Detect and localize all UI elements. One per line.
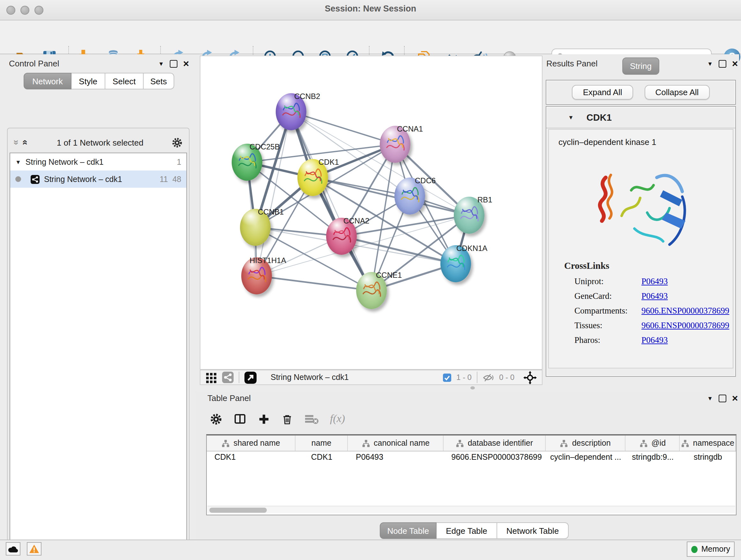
- crosslink-label: Tissues:: [575, 320, 642, 330]
- table-options-gear-icon[interactable]: [210, 413, 222, 425]
- hidden-eye-slash-icon[interactable]: [482, 373, 494, 381]
- node-table[interactable]: shared namenamecanonical namedatabase id…: [206, 434, 737, 515]
- control-tab-sets[interactable]: Sets: [144, 73, 174, 89]
- column-header-database-identifier[interactable]: database identifier: [444, 435, 545, 451]
- delete-column-trash-icon[interactable]: [281, 413, 293, 425]
- pan-crosshair-icon[interactable]: [523, 371, 537, 384]
- column-type-icon: [560, 439, 568, 447]
- table-tab-node-table[interactable]: Node Table: [380, 522, 436, 539]
- memory-label: Memory: [701, 545, 730, 554]
- crosslink-row: Pharos:P06493: [549, 333, 733, 348]
- column-header-namespace[interactable]: namespace: [680, 435, 736, 451]
- network-share-toggle-icon[interactable]: [222, 372, 233, 383]
- results-panel-menu-icon[interactable]: ▼: [707, 61, 713, 67]
- expand-all-networks-icon[interactable]: «: [22, 140, 30, 145]
- horizontal-splitter-handle[interactable]: [470, 386, 475, 389]
- column-header-canonical-name[interactable]: canonical name: [348, 435, 444, 451]
- control-panel-tabs: NetworkStyleSelectSets: [23, 73, 174, 89]
- collection-label: String Network – cdk1: [25, 158, 104, 166]
- expand-all-button[interactable]: Expand All: [572, 85, 633, 100]
- control-panel-title: Control Panel: [9, 59, 59, 68]
- table-panel-menu-icon[interactable]: ▼: [707, 395, 713, 401]
- node-label-CDC25B: CDC25B: [250, 142, 280, 151]
- node-label-CCNB2: CCNB2: [294, 92, 320, 101]
- collapse-all-button[interactable]: Collapse All: [645, 85, 710, 100]
- results-panel-close-icon[interactable]: ×: [732, 61, 738, 67]
- crosslink-link[interactable]: 9606.ENSP00000378699: [642, 306, 729, 316]
- edge-CCNA1-CCNE1[interactable]: [372, 144, 395, 291]
- crosslink-label: Compartments:: [575, 306, 642, 316]
- column-header-shared-name[interactable]: shared name: [207, 435, 295, 451]
- column-type-icon: [639, 439, 648, 447]
- edge-CCNA2-CDKN1A[interactable]: [341, 236, 456, 264]
- node-label-CCNA2: CCNA2: [343, 216, 369, 226]
- control-tab-select[interactable]: Select: [105, 73, 144, 89]
- network-canvas[interactable]: CCNB2CCNA1CDC25BCDK1CDC6RB1CCNB1CCNA2CDK…: [200, 56, 542, 370]
- column-header--id[interactable]: @id: [626, 435, 680, 451]
- results-panel-title: Results Panel: [546, 59, 597, 68]
- control-panel-close-icon[interactable]: ×: [183, 61, 189, 67]
- crosslink-link[interactable]: P06493: [642, 291, 668, 301]
- crosslink-row: Compartments:9606.ENSP00000378699: [549, 303, 733, 318]
- results-panel: Results Panel ▼ × String Expand All Coll…: [544, 54, 739, 392]
- results-panel-float-icon[interactable]: [719, 60, 726, 68]
- gene-name: CDK1: [587, 112, 612, 122]
- table-cell: CDK1: [207, 451, 295, 463]
- table-type-tabs: Node TableEdge TableNetwork Table: [380, 522, 569, 539]
- crosslink-row: Uniprot:P06493: [549, 274, 733, 289]
- network-row-selected[interactable]: String Network – cdk1 11 48: [10, 171, 186, 188]
- memory-button[interactable]: Memory: [687, 542, 735, 557]
- crosslink-link[interactable]: P06493: [642, 276, 668, 287]
- scrollbar-thumb[interactable]: [209, 507, 267, 512]
- network-node-count: 11: [159, 175, 168, 184]
- table-cell: stringdb:9...: [626, 451, 680, 463]
- network-edge-count: 48: [172, 175, 181, 184]
- show-column-selector-icon[interactable]: [233, 413, 246, 425]
- birdseye-grid-icon[interactable]: [205, 372, 217, 383]
- column-header-description[interactable]: description: [545, 435, 625, 451]
- main-toolbar: ?: [0, 20, 741, 54]
- table-horizontal-scrollbar[interactable]: [207, 506, 735, 513]
- edge-HIST1H1A-CCNE1[interactable]: [257, 276, 372, 291]
- crosslink-link[interactable]: 9606.ENSP00000378699: [642, 320, 729, 330]
- table-header-row: shared namenamecanonical namedatabase id…: [207, 435, 736, 451]
- node-label-CDC6: CDC6: [415, 176, 435, 185]
- open-in-window-icon[interactable]: [245, 371, 257, 383]
- control-tab-style[interactable]: Style: [71, 73, 105, 89]
- edge-CCNB2-CCNE1[interactable]: [291, 112, 372, 291]
- collapse-all-networks-icon[interactable]: »: [13, 140, 20, 145]
- protein-structure-image: [585, 152, 697, 260]
- column-header-name[interactable]: name: [295, 435, 348, 451]
- cloud-status-button[interactable]: [6, 542, 20, 556]
- crosslink-label: Uniprot:: [575, 276, 642, 287]
- table-panel-close-icon[interactable]: ×: [732, 395, 738, 401]
- network-tree: ▼ String Network – cdk1 1 String Network…: [10, 152, 187, 560]
- warning-status-button[interactable]: [27, 542, 42, 556]
- control-panel-float-icon[interactable]: [170, 60, 178, 68]
- gene-section-header[interactable]: ▼ CDK1: [546, 107, 735, 128]
- table-row[interactable]: CDK1CDK1P064939606.ENSP00000378699cyclin…: [207, 451, 736, 463]
- gene-expander-icon[interactable]: ▼: [568, 114, 574, 120]
- crosslink-link[interactable]: P06493: [642, 335, 668, 345]
- network-options-gear-icon[interactable]: [172, 137, 183, 148]
- selected-checkbox-icon[interactable]: [443, 373, 451, 381]
- table-tab-edge-table[interactable]: Edge Table: [436, 522, 497, 539]
- table-panel-float-icon[interactable]: [719, 395, 726, 402]
- collection-expander-icon[interactable]: ▼: [15, 159, 21, 165]
- network-collection-row[interactable]: ▼ String Network – cdk1 1: [10, 153, 186, 171]
- results-tab-string[interactable]: String: [622, 57, 659, 75]
- table-cell: CDK1: [295, 451, 348, 463]
- create-column-plus-icon[interactable]: [258, 413, 270, 425]
- control-panel-menu-icon[interactable]: ▼: [158, 61, 164, 67]
- node-label-CDK1: CDK1: [319, 158, 339, 167]
- edge-CCNB2-HIST1H1A[interactable]: [257, 112, 291, 276]
- window-titlebar: Session: New Session: [0, 0, 741, 20]
- control-tab-network[interactable]: Network: [23, 73, 71, 89]
- table-body: CDK1CDK1P064939606.ENSP00000378699cyclin…: [207, 451, 736, 463]
- control-panel: Control Panel ▼ × NetworkStyleSelectSets…: [0, 54, 195, 540]
- crosslinks-list: Uniprot:P06493GeneCard:P06493Compartment…: [549, 274, 733, 348]
- network-selection-status: 1 of 1 Network selected: [28, 138, 172, 147]
- function-builder-fx-icon: f(x): [330, 413, 345, 425]
- table-cell: 9606.ENSP00000378699: [444, 451, 545, 463]
- table-tab-network-table[interactable]: Network Table: [497, 522, 569, 539]
